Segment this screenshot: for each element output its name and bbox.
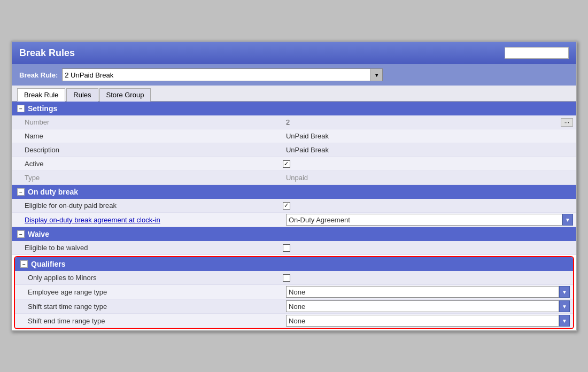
field-eligible-on-duty: Eligible for on-duty paid break	[12, 199, 576, 213]
waive-collapse-button[interactable]: −	[17, 230, 25, 238]
field-active: Active	[12, 157, 576, 171]
field-name-label: Name	[12, 130, 283, 142]
field-display-agreement-value: On-Duty Agreement ▼	[283, 213, 576, 227]
field-eligible-waived: Eligible to be waived	[12, 241, 576, 255]
field-type-value: Unpaid	[283, 173, 576, 183]
employee-age-dropdown: None ▼	[286, 286, 570, 298]
settings-section: − Settings Number 2 ··· Name UnPaid Brea…	[12, 102, 576, 185]
field-shift-start: Shift start time range type None ▼	[15, 299, 573, 314]
field-display-agreement: Display on-duty break agreement at clock…	[12, 213, 576, 227]
only-minors-checkbox[interactable]	[283, 274, 290, 282]
field-number-value: 2 ···	[283, 117, 576, 128]
settings-section-header: − Settings	[12, 102, 576, 115]
tab-rules[interactable]: Rules	[66, 88, 98, 102]
field-eligible-on-duty-label: Eligible for on-duty paid break	[12, 199, 283, 212]
content-area: − Settings Number 2 ··· Name UnPaid Brea…	[12, 102, 576, 329]
field-description: Description UnPaid Break	[12, 143, 576, 157]
field-shift-end-label: Shift end time range type	[15, 315, 283, 327]
field-description-value: UnPaid Break	[283, 145, 576, 155]
field-eligible-waived-label: Eligible to be waived	[12, 242, 283, 254]
qualifiers-section: − Qualifiers Only applies to Minors Empl…	[15, 257, 573, 328]
field-shift-end: Shift end time range type None ▼	[15, 314, 573, 328]
active-checkbox[interactable]	[283, 160, 290, 168]
employee-age-dropdown-arrow[interactable]: ▼	[559, 286, 570, 298]
field-active-label: Active	[12, 158, 283, 170]
settings-collapse-button[interactable]: −	[17, 105, 25, 112]
display-agreement-dropdown-arrow[interactable]: ▼	[562, 214, 573, 226]
field-name-value: UnPaid Break	[283, 131, 576, 141]
field-shift-start-label: Shift start time range type	[15, 300, 283, 313]
break-rule-dropdown-arrow[interactable]: ▼	[371, 68, 383, 81]
title-search-input[interactable]	[505, 47, 569, 59]
field-display-agreement-label[interactable]: Display on-duty break agreement at clock…	[12, 214, 283, 226]
field-employee-age: Employee age range type None ▼	[15, 285, 573, 299]
shift-start-dropdown: None ▼	[286, 300, 570, 312]
shift-start-dropdown-arrow[interactable]: ▼	[559, 300, 570, 312]
shift-end-dropdown: None ▼	[286, 315, 570, 327]
qualifiers-section-label: Qualifiers	[31, 260, 66, 268]
number-dots-button[interactable]: ···	[561, 118, 573, 127]
page-title: Break Rules	[19, 48, 75, 59]
field-eligible-waived-value	[283, 243, 576, 253]
title-bar: Break Rules	[12, 42, 576, 64]
qualifiers-outline: − Qualifiers Only applies to Minors Empl…	[14, 256, 574, 329]
qualifiers-collapse-button[interactable]: −	[20, 260, 28, 268]
break-rule-select-value[interactable]: 2 UnPaid Break	[62, 68, 371, 81]
eligible-on-duty-checkbox[interactable]	[283, 202, 290, 210]
on-duty-break-section-header: − On duty break	[12, 185, 576, 199]
on-duty-collapse-button[interactable]: −	[17, 188, 25, 196]
field-number: Number 2 ···	[12, 115, 576, 129]
break-rule-label: Break Rule:	[19, 71, 58, 79]
display-agreement-dropdown: On-Duty Agreement ▼	[286, 214, 573, 226]
field-only-minors: Only applies to Minors	[15, 271, 573, 285]
field-type: Type Unpaid	[12, 171, 576, 185]
waive-section-header: − Waive	[12, 227, 576, 241]
main-window: Break Rules Break Rule: 2 UnPaid Break ▼…	[11, 41, 577, 331]
field-eligible-on-duty-value	[283, 201, 576, 211]
tab-break-rule[interactable]: Break Rule	[17, 88, 65, 102]
field-employee-age-value: None ▼	[283, 285, 573, 299]
field-only-minors-label: Only applies to Minors	[15, 272, 283, 284]
tabs-bar: Break Rule Rules Store Group	[12, 86, 576, 102]
field-name: Name UnPaid Break	[12, 129, 576, 143]
waive-section-label: Waive	[28, 230, 49, 238]
waive-section: − Waive Eligible to be waived	[12, 227, 576, 255]
field-shift-start-value: None ▼	[283, 299, 573, 313]
break-rule-select-wrapper: 2 UnPaid Break ▼	[62, 68, 383, 81]
on-duty-break-section: − On duty break Eligible for on-duty pai…	[12, 185, 576, 227]
shift-end-dropdown-value[interactable]: None	[286, 315, 559, 327]
employee-age-dropdown-value[interactable]: None	[286, 286, 559, 298]
field-only-minors-value	[283, 273, 573, 283]
field-number-label: Number	[12, 116, 283, 128]
settings-section-label: Settings	[28, 104, 57, 113]
on-duty-section-label: On duty break	[28, 188, 78, 196]
header-row: Break Rule: 2 UnPaid Break ▼	[12, 64, 576, 86]
shift-end-dropdown-arrow[interactable]: ▼	[559, 315, 570, 327]
field-employee-age-label: Employee age range type	[15, 286, 283, 298]
shift-start-dropdown-value[interactable]: None	[286, 300, 559, 312]
qualifiers-section-header: − Qualifiers	[15, 257, 573, 271]
tab-store-group[interactable]: Store Group	[99, 88, 151, 102]
display-agreement-dropdown-value[interactable]: On-Duty Agreement	[286, 214, 562, 226]
field-active-value	[283, 159, 576, 169]
eligible-waived-checkbox[interactable]	[283, 244, 290, 252]
field-description-label: Description	[12, 144, 283, 156]
field-type-label: Type	[12, 172, 283, 184]
field-shift-end-value: None ▼	[283, 314, 573, 328]
